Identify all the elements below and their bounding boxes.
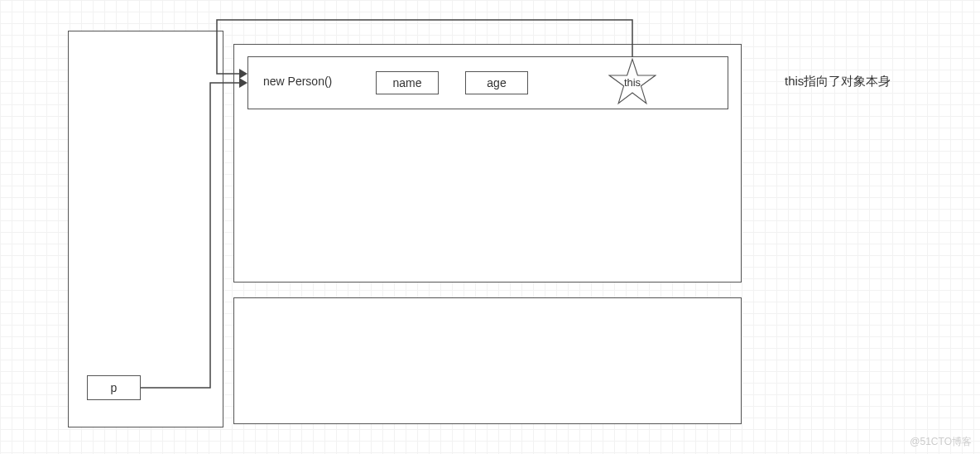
left-container (68, 31, 223, 427)
field-age-label: age (487, 76, 506, 89)
variable-p-label: p (111, 381, 118, 394)
arrowhead-icon (239, 69, 247, 79)
variable-p-box: p (87, 375, 141, 400)
arrowhead-icon (239, 78, 247, 88)
heap-lower-container (233, 297, 742, 424)
watermark: @51CTO博客 (910, 435, 972, 449)
field-name-box: name (376, 71, 439, 94)
field-age-box: age (465, 71, 528, 94)
this-label: this (624, 76, 641, 89)
new-person-label: new Person() (263, 75, 332, 88)
annotation-this: this指向了对象本身 (785, 74, 891, 89)
this-star: this (608, 57, 656, 105)
field-name-label: name (392, 76, 421, 89)
